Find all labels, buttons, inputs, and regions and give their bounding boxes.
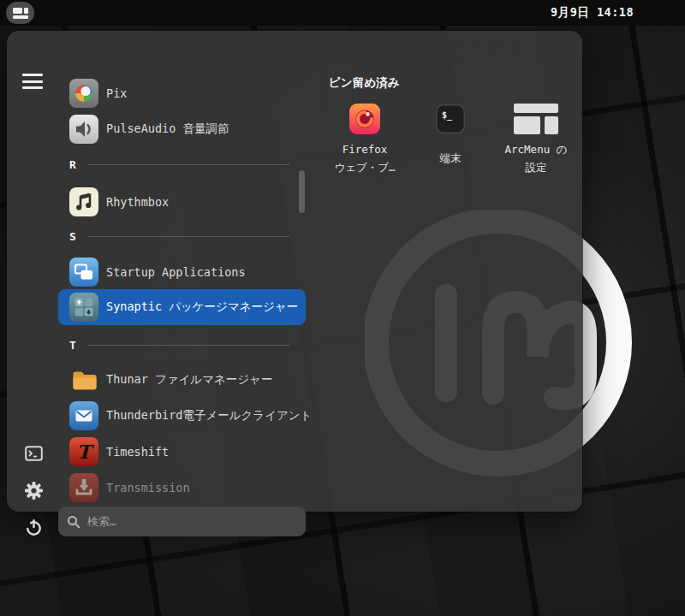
firefox-icon: [349, 99, 380, 139]
startup-icon: [69, 258, 98, 287]
search-icon: [67, 515, 80, 529]
app-item-thunar[interactable]: Thunar ファイルマネージャー: [58, 365, 306, 394]
app-item-label: Timeshift: [106, 445, 169, 459]
terminal-icon: $_: [436, 99, 465, 139]
app-item-timeshift[interactable]: T Timeshift: [58, 437, 306, 466]
app-item-label: PulseAudio 音量調節: [106, 121, 229, 137]
clock: 9月9日 14:18: [551, 0, 634, 26]
section-divider: [88, 236, 289, 237]
app-item-label: Synaptic パッケージマネージャー: [106, 299, 298, 315]
section-header-s: S: [58, 228, 306, 245]
thunderbird-icon: [69, 401, 98, 430]
desktop: 9月9日 14:18: [0, 0, 685, 616]
app-item-label: Transmission: [106, 481, 190, 495]
rhythmbox-icon: [69, 187, 98, 216]
pix-icon: [69, 79, 98, 108]
section-letter: R: [69, 158, 88, 171]
app-item-pulseaudio[interactable]: PulseAudio 音量調節: [58, 115, 306, 144]
terminal-shortcut-icon[interactable]: [23, 443, 44, 464]
pinned-apps: Firefoxウェブ・ブ… $_ 端末 ArcMenu の設定: [322, 99, 579, 178]
arcmenu-panel: Pix PulseAudio 音量調節 R Rhythmbox S Startu…: [7, 31, 582, 512]
app-item-label: Pix: [106, 86, 127, 100]
timeshift-icon: T: [69, 437, 98, 466]
section-divider: [88, 164, 289, 165]
section-divider: [88, 345, 289, 346]
arcmenu-icon: [13, 8, 28, 19]
pinned-item-arcmenu[interactable]: ArcMenu の設定: [493, 99, 579, 178]
search-box: [58, 506, 306, 536]
power-icon[interactable]: [23, 517, 44, 537]
pulseaudio-icon: [69, 115, 98, 144]
pinned-item-label: ArcMenu の設定: [505, 139, 568, 178]
top-bar: 9月9日 14:18: [0, 0, 685, 26]
app-item-transmission[interactable]: Transmission: [58, 473, 306, 502]
pinned-item-label: Firefoxウェブ・ブ…: [334, 139, 395, 178]
app-item-label: Thunderbird電子メールクライアント: [106, 408, 312, 424]
app-item-label: Thunar ファイルマネージャー: [106, 372, 272, 388]
arcmenu-panel-button[interactable]: [6, 2, 34, 24]
app-item-synaptic[interactable]: Synaptic パッケージマネージャー: [58, 289, 306, 325]
pinned-item-label: 端末: [440, 139, 462, 178]
scrollbar-thumb[interactable]: [299, 170, 305, 213]
synaptic-icon: [69, 293, 98, 322]
app-item-rhythmbox[interactable]: Rhythmbox: [58, 187, 306, 216]
app-item-pix[interactable]: Pix: [58, 79, 306, 108]
app-item-label: Rhythmbox: [106, 195, 169, 209]
svg-text:$_: $_: [442, 110, 453, 121]
thunar-icon: [69, 365, 98, 394]
section-letter: S: [69, 230, 88, 243]
arcmenu-icon: [514, 99, 558, 139]
section-letter: T: [69, 339, 88, 352]
pinned-item-terminal[interactable]: $_ 端末: [408, 99, 493, 178]
section-header-t: T: [58, 336, 306, 353]
pinned-item-firefox[interactable]: Firefoxウェブ・ブ…: [322, 99, 408, 178]
search-input[interactable]: [87, 515, 297, 528]
section-header-r: R: [58, 156, 306, 173]
sidebar: [22, 443, 45, 537]
app-item-thunderbird[interactable]: Thunderbird電子メールクライアント: [58, 401, 306, 430]
hamburger-menu-icon[interactable]: [22, 74, 43, 89]
app-item-startup[interactable]: Startup Applications: [58, 258, 306, 287]
transmission-icon: [69, 473, 98, 502]
settings-gear-icon[interactable]: [23, 480, 44, 500]
pinned-section-title: ピン留め済み: [329, 75, 399, 91]
app-item-label: Startup Applications: [106, 265, 246, 279]
